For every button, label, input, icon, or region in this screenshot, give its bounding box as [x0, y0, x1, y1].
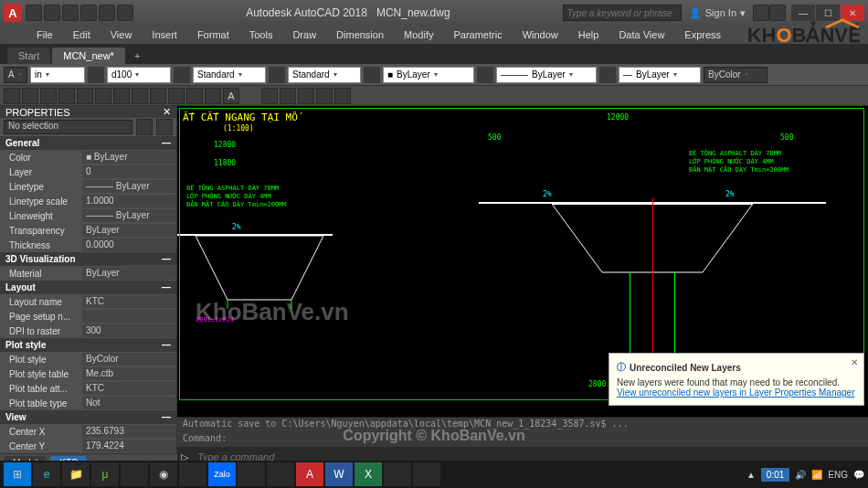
textstyle-dropdown[interactable]: in▾	[30, 67, 85, 83]
prop-value[interactable]: ——— ByLayer	[82, 180, 176, 193]
tab-add-button[interactable]: +	[127, 48, 147, 64]
prop-group-header[interactable]: General—	[0, 136, 176, 150]
prop-row[interactable]: Plot style tableMe.ctb	[0, 366, 176, 381]
prop-value[interactable]: 0	[82, 165, 176, 178]
prop-value[interactable]: ByColor	[82, 353, 176, 366]
qat-redo-icon[interactable]	[99, 5, 115, 21]
prop-row[interactable]: DPI to raster300	[0, 324, 176, 338]
prop-value[interactable]	[82, 310, 176, 323]
prop-value[interactable]: ——— ByLayer	[82, 209, 176, 222]
prop-value[interactable]: ByLayer	[82, 267, 176, 280]
tool-icon[interactable]	[113, 88, 130, 104]
taskbar-app-icon[interactable]	[238, 462, 265, 486]
menu-modify[interactable]: Modify	[395, 27, 442, 42]
signin-button[interactable]: 👤 Sign In ▾	[682, 7, 753, 19]
balloon-close-icon[interactable]: ✕	[851, 357, 858, 367]
tool-icon[interactable]	[22, 88, 38, 104]
tray-icon[interactable]: 🔊	[795, 470, 806, 480]
taskbar-app-icon[interactable]	[384, 462, 411, 486]
prop-value[interactable]: 300	[82, 324, 176, 337]
prop-value[interactable]: 179.4224	[82, 440, 176, 452]
menu-file[interactable]: File	[27, 27, 62, 42]
start-button[interactable]: ⊞	[4, 462, 31, 486]
qat-new-icon[interactable]	[26, 5, 42, 21]
help-search-input[interactable]	[563, 5, 682, 21]
annotate-dropdown[interactable]: A▾	[4, 67, 27, 83]
app-icon[interactable]: A	[4, 4, 22, 22]
panel-close-icon[interactable]: ✕	[163, 106, 171, 118]
tool-icon[interactable]	[4, 88, 20, 104]
menu-edit[interactable]: Edit	[64, 27, 100, 42]
pickadd-icon[interactable]	[156, 119, 173, 135]
taskbar-autocad-icon[interactable]: A	[296, 462, 323, 486]
tablestyle-dropdown[interactable]: Standard▾	[193, 67, 266, 83]
tray-icon[interactable]: 📶	[811, 470, 822, 480]
taskbar-explorer-icon[interactable]: 📁	[62, 462, 90, 486]
qat-save-icon[interactable]	[62, 5, 79, 21]
prop-group-header[interactable]: Plot style—	[0, 338, 176, 352]
prop-row[interactable]: Layout nameKTC	[0, 294, 176, 309]
selection-dropdown[interactable]: No selection	[4, 120, 132, 134]
tool-icon[interactable]	[132, 88, 148, 104]
taskbar-word-icon[interactable]: W	[325, 462, 353, 486]
layer-dropdown[interactable]: ■ ByLayer▾	[383, 67, 474, 83]
prop-value[interactable]: ■ ByLayer	[82, 151, 176, 164]
prop-row[interactable]: Lineweight——— ByLayer	[0, 208, 176, 223]
taskbar-ie-icon[interactable]: e	[33, 462, 60, 486]
tool-icon[interactable]	[186, 88, 203, 104]
menu-dataview[interactable]: Data View	[609, 27, 673, 42]
taskbar-app-icon[interactable]	[179, 462, 206, 486]
prop-row[interactable]: Plot styleByColor	[0, 352, 176, 366]
quickselect-icon[interactable]	[136, 119, 153, 135]
tool-icon[interactable]	[298, 88, 314, 104]
taskbar-excel-icon[interactable]: X	[355, 462, 382, 486]
prop-value[interactable]: Not	[82, 397, 176, 409]
prop-row[interactable]: Color■ ByLayer	[0, 150, 176, 164]
prop-row[interactable]: Layer0	[0, 164, 176, 179]
tool-icon[interactable]	[40, 88, 57, 104]
balloon-link[interactable]: View unreconciled new layers in Layer Pr…	[617, 387, 856, 398]
prop-value[interactable]: 235.6793	[82, 425, 176, 438]
tool-icon[interactable]	[334, 88, 351, 104]
taskbar-zalo-icon[interactable]: Zalo	[208, 462, 236, 486]
taskbar-chrome-icon[interactable]: ◉	[150, 462, 177, 486]
help-icon[interactable]	[769, 5, 786, 21]
prop-value[interactable]: KTC	[82, 382, 176, 395]
prop-row[interactable]: TransparencyByLayer	[0, 223, 176, 238]
prop-row[interactable]: Plot table typeNot	[0, 396, 176, 410]
table-icon[interactable]	[174, 67, 190, 83]
color-dropdown[interactable]: ByColor▾	[704, 67, 767, 83]
prop-row[interactable]: Center Y179.4224	[0, 439, 176, 453]
exchange-icon[interactable]	[753, 5, 769, 21]
tool-icon[interactable]	[58, 88, 75, 104]
mleaderstyle-dropdown[interactable]: Standard▾	[288, 67, 361, 83]
lineweight-dropdown[interactable]: — ByLayer▾	[619, 67, 701, 83]
menu-draw[interactable]: Draw	[283, 27, 325, 42]
menu-dimension[interactable]: Dimension	[327, 27, 393, 42]
tool-icon[interactable]	[261, 88, 278, 104]
mleader-icon[interactable]	[269, 67, 285, 83]
prop-value[interactable]: Me.ctb	[82, 367, 176, 380]
linetype-dropdown[interactable]: ——— ByLayer▾	[496, 67, 597, 83]
tool-icon[interactable]	[280, 88, 296, 104]
minimize-button[interactable]: —	[791, 5, 815, 21]
prop-value[interactable]: KTC	[82, 295, 176, 308]
menu-view[interactable]: View	[101, 27, 142, 42]
prop-value[interactable]: 0.0000	[82, 239, 176, 251]
tab-document[interactable]: MCN_new*	[52, 48, 125, 64]
tool-icon[interactable]	[95, 88, 111, 104]
qat-undo-icon[interactable]	[80, 5, 97, 21]
taskbar-app-icon[interactable]	[267, 462, 294, 486]
ltype-icon[interactable]	[477, 67, 493, 83]
prop-row[interactable]: Page setup n...	[0, 309, 176, 324]
clock[interactable]: 0:01	[761, 468, 789, 482]
tool-icon[interactable]	[316, 88, 333, 104]
prop-row[interactable]: Linetype scale1.0000	[0, 194, 176, 208]
prop-group-header[interactable]: Layout—	[0, 281, 176, 294]
qat-print-icon[interactable]	[117, 5, 133, 21]
prop-group-header[interactable]: 3D Visualization—	[0, 252, 176, 266]
taskbar-utorrent-icon[interactable]: μ	[91, 462, 119, 486]
dim-icon[interactable]	[88, 67, 104, 83]
qat-open-icon[interactable]	[44, 5, 60, 21]
dimstyle-dropdown[interactable]: d100▾	[107, 67, 171, 83]
